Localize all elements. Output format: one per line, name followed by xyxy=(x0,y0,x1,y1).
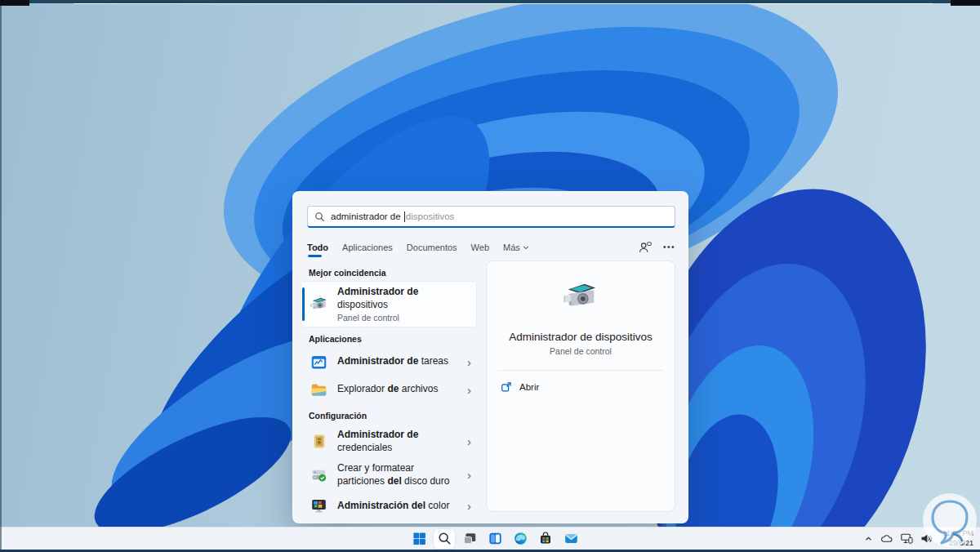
chevron-right-icon: › xyxy=(464,356,471,368)
result-item[interactable]: Administrador de tareas› xyxy=(301,348,476,376)
result-item[interactable]: Administrador de dispositivosPanel de co… xyxy=(301,282,476,327)
volume-button[interactable] xyxy=(920,533,933,544)
start-button[interactable] xyxy=(408,529,430,549)
result-title: Crear y formatear particiones del disco … xyxy=(337,462,450,487)
top-border-highlight xyxy=(74,3,933,4)
tray-expand-button[interactable] xyxy=(864,535,873,543)
search-button[interactable] xyxy=(434,529,455,549)
search-icon xyxy=(314,211,325,222)
edge-button[interactable] xyxy=(510,529,531,549)
result-detail-card: Administrador de dispositivos Panel de c… xyxy=(486,260,675,512)
tab-label: Web xyxy=(471,243,489,252)
chevron-right-icon: › xyxy=(464,500,471,512)
result-title: Administración del color xyxy=(337,500,449,513)
tab-label: Todo xyxy=(307,243,328,252)
tab-todo[interactable]: Todo xyxy=(307,243,328,252)
section-header: Aplicaciones xyxy=(309,334,476,344)
tab-documentos[interactable]: Documentos xyxy=(407,243,457,252)
windows-start-icon xyxy=(412,531,427,546)
clock-time: 11:06 PM xyxy=(942,529,973,539)
clock-date: 29/6/21 xyxy=(942,539,973,549)
result-item[interactable]: Crear y formatear particiones del disco … xyxy=(301,458,476,492)
top-right-corner xyxy=(951,0,980,6)
detail-subtitle: Panel de control xyxy=(487,346,675,356)
detail-title: Administrador de dispositivos xyxy=(487,331,675,343)
section-header: Mejor coincidencia xyxy=(309,268,476,278)
widgets-button[interactable] xyxy=(484,529,506,549)
device-manager-icon xyxy=(310,295,328,314)
network-button[interactable] xyxy=(901,533,913,544)
open-action-label: Abrir xyxy=(519,382,539,392)
store-icon xyxy=(538,531,553,546)
tab-label: Aplicaciones xyxy=(342,243,393,252)
mail-button[interactable] xyxy=(560,529,581,549)
tab-aplicaciones[interactable]: Aplicaciones xyxy=(342,243,393,252)
onedrive-button[interactable] xyxy=(880,534,893,543)
result-subtitle: Panel de control xyxy=(337,313,450,323)
search-tabs: TodoAplicacionesDocumentosWebMás xyxy=(307,243,543,252)
disk-partition-icon xyxy=(310,465,328,484)
chevron-up-icon xyxy=(864,535,873,543)
chevron-down-icon xyxy=(523,244,529,251)
search-typed-text: administrador de xyxy=(331,211,403,221)
result-item[interactable]: Administrador de credenciales› xyxy=(301,425,476,458)
text-cursor xyxy=(404,211,405,222)
result-title: Administrador de tareas xyxy=(337,355,448,368)
store-button[interactable] xyxy=(535,529,556,549)
mail-icon xyxy=(564,531,579,546)
tab-web[interactable]: Web xyxy=(471,243,489,252)
task-manager-icon xyxy=(310,353,328,372)
taskbar: 11:06 PM 29/6/21 xyxy=(0,527,980,550)
results-list: Mejor coincidenciaAdministrador de dispo… xyxy=(301,260,479,512)
file-explorer-icon xyxy=(310,381,328,399)
result-title: Explorador de archivos xyxy=(337,383,438,396)
open-external-icon xyxy=(501,381,512,393)
chevron-right-icon: › xyxy=(464,384,471,396)
taskbar-center-icons xyxy=(408,528,581,550)
search-flyout: administrador de dispositivos TodoAplica… xyxy=(292,191,688,523)
section-header: Configuración xyxy=(309,411,476,421)
credential-manager-icon xyxy=(310,432,328,451)
result-title: Administrador de dispositivos xyxy=(337,286,450,311)
divider xyxy=(498,370,663,371)
search-suggestion-text: dispositivos xyxy=(406,211,454,221)
device-manager-icon xyxy=(562,279,599,317)
result-item[interactable]: Explorador de archivos› xyxy=(301,376,476,403)
taskbar-search-icon xyxy=(438,532,452,545)
chevron-right-icon: › xyxy=(464,469,471,481)
edge-icon xyxy=(513,531,528,546)
tab-label: Más xyxy=(503,243,520,252)
result-title: Administrador de credenciales xyxy=(337,429,450,454)
task-view-button[interactable] xyxy=(459,529,480,549)
tab-label: Documentos xyxy=(407,243,457,252)
open-action[interactable]: Abrir xyxy=(501,381,675,393)
system-tray: 11:06 PM 29/6/21 xyxy=(864,528,973,550)
top-left-corner xyxy=(0,0,29,6)
desktop: administrador de dispositivos TodoAplica… xyxy=(0,0,980,552)
more-options-button[interactable]: ••• xyxy=(663,243,675,252)
color-management-icon xyxy=(310,496,328,515)
search-input[interactable]: administrador de dispositivos xyxy=(307,206,675,228)
tab-mas[interactable]: Más xyxy=(503,243,529,252)
result-item[interactable]: Administración del color› xyxy=(301,492,476,520)
chevron-right-icon: › xyxy=(464,435,471,447)
network-icon xyxy=(901,533,913,544)
onedrive-cloud-icon xyxy=(880,534,893,543)
account-icon[interactable] xyxy=(638,241,653,254)
volume-icon xyxy=(920,533,933,544)
taskbar-clock[interactable]: 11:06 PM 29/6/21 xyxy=(942,529,973,548)
left-border xyxy=(0,0,2,552)
widgets-icon xyxy=(488,531,503,546)
task-view-icon xyxy=(462,531,478,546)
